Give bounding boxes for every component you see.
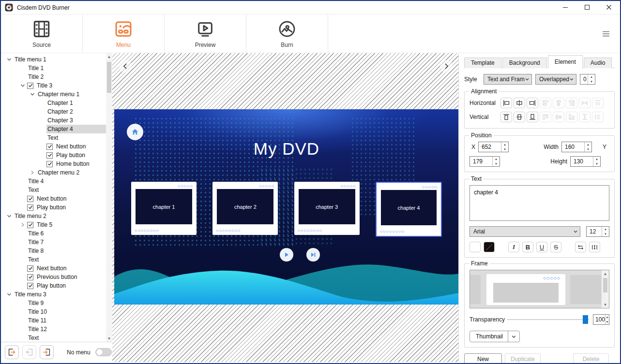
- align-bottom-button[interactable]: [527, 112, 538, 122]
- tree-item[interactable]: Title 2: [1, 73, 112, 81]
- chevron-down-icon[interactable]: [5, 212, 14, 220]
- height-spinner[interactable]: 130 ▲▼: [570, 156, 601, 167]
- tree-scrollbar[interactable]: ▲ ▼: [106, 53, 112, 342]
- tab-template[interactable]: Template: [464, 58, 501, 68]
- chapter-frame[interactable]: ◇◇◇◇◇chapter 3◇◇◇◇◇◇◇◇: [294, 182, 360, 235]
- bold-button[interactable]: B: [522, 242, 533, 252]
- tree-item[interactable]: Next button: [1, 194, 112, 203]
- tree-item[interactable]: Title 4: [1, 177, 112, 186]
- move-out-button[interactable]: [5, 345, 19, 359]
- spin-up-icon[interactable]: ▲: [493, 157, 500, 161]
- toolbar-source-button[interactable]: Source: [1, 15, 83, 53]
- line-spacing-button[interactable]: [589, 242, 600, 252]
- width-spinner[interactable]: 160 ▲▼: [561, 142, 592, 152]
- toolbar-burn-button[interactable]: Burn: [246, 15, 328, 53]
- checkbox[interactable]: [27, 283, 33, 289]
- equal-width-button[interactable]: [592, 98, 604, 108]
- align-middle-button[interactable]: [514, 112, 525, 122]
- equal-height-button[interactable]: [592, 112, 604, 122]
- tree-item[interactable]: Title 6: [1, 229, 112, 238]
- frame-style-list[interactable]: ◇◇◇◇◇ ▲ ▼: [470, 270, 609, 308]
- text-content-input[interactable]: chapter 4: [470, 185, 609, 221]
- tree-item[interactable]: Chapter menu 2: [1, 168, 112, 177]
- chapter-frame[interactable]: ◇◇◇◇◇chapter 1◇◇◇◇◇◇◇◇: [131, 182, 197, 235]
- spin-down-icon[interactable]: ▼: [501, 147, 508, 152]
- align-right-button[interactable]: [527, 98, 538, 108]
- font-family-dropdown[interactable]: Arial: [470, 226, 580, 237]
- distribute-right-button[interactable]: [566, 98, 577, 108]
- tree-item[interactable]: Chapter 4: [1, 125, 112, 133]
- tree-item[interactable]: Title 5: [1, 220, 112, 229]
- distribute-center-v-button[interactable]: [553, 112, 564, 122]
- scroll-down-icon[interactable]: ▼: [602, 301, 609, 308]
- toolbar-preview-button[interactable]: Preview: [165, 15, 246, 53]
- tree-item[interactable]: Title 9: [1, 299, 112, 307]
- frame-list-scrollbar[interactable]: ▲ ▼: [601, 270, 609, 308]
- chevron-down-icon[interactable]: [5, 55, 14, 64]
- x-spinner[interactable]: 652 ▲▼: [478, 142, 509, 152]
- align-center-h-button[interactable]: [514, 98, 525, 108]
- italic-button[interactable]: I: [508, 242, 519, 252]
- spin-up-icon[interactable]: ▲: [501, 142, 508, 147]
- home-button[interactable]: [127, 124, 143, 140]
- next-template-button[interactable]: [440, 60, 453, 73]
- scroll-up-icon[interactable]: ▲: [106, 53, 112, 60]
- tree-item[interactable]: Play button: [1, 203, 112, 212]
- chapter-frame[interactable]: ◇◇◇◇◇chapter 4◇◇◇◇◇◇◇◇: [376, 182, 442, 237]
- style-mode-dropdown[interactable]: Overlapped: [535, 74, 576, 85]
- tree-item[interactable]: Title 12: [1, 325, 112, 334]
- tree-item[interactable]: Previous button: [1, 273, 112, 281]
- spin-down-icon[interactable]: ▼: [606, 320, 609, 324]
- minimize-button[interactable]: [555, 1, 576, 14]
- transparency-slider[interactable]: [507, 315, 589, 324]
- move-in-button[interactable]: [40, 345, 54, 359]
- tree-item[interactable]: Title menu 3: [1, 290, 112, 299]
- tree-item[interactable]: Text: [1, 334, 112, 342]
- tree-item[interactable]: Title 10: [1, 307, 112, 316]
- spin-up-icon[interactable]: ▲: [606, 315, 609, 320]
- tree-item[interactable]: Chapter 1: [1, 99, 112, 107]
- spin-up-icon[interactable]: ▲: [602, 227, 609, 232]
- tree-item[interactable]: Text: [1, 255, 112, 264]
- frame-thumb-selected[interactable]: ◇◇◇◇◇: [486, 274, 565, 305]
- tree-item[interactable]: Title 3: [1, 81, 112, 90]
- frame-thumb-next[interactable]: [570, 275, 601, 304]
- tree-item[interactable]: Text: [1, 133, 112, 142]
- outline-color-swatch[interactable]: [484, 242, 495, 252]
- tree-item[interactable]: Title menu 2: [1, 212, 112, 220]
- tree-item[interactable]: Home button: [1, 160, 112, 168]
- dvd-menu-title[interactable]: My DVD: [114, 139, 458, 159]
- font-size-spinner[interactable]: 12 ▲▼: [586, 226, 609, 237]
- checkbox[interactable]: [46, 144, 53, 150]
- checkbox[interactable]: [27, 196, 33, 202]
- tree-item[interactable]: Chapter menu 1: [1, 90, 112, 99]
- tree-item[interactable]: Chapter 3: [1, 116, 112, 125]
- checkbox[interactable]: [46, 152, 53, 159]
- frame-thumb-prev[interactable]: [470, 275, 481, 304]
- scroll-down-icon[interactable]: ▼: [106, 335, 112, 342]
- thumbnail-dropdown[interactable]: Thumbnail: [470, 331, 520, 342]
- equal-h-spacing-button[interactable]: [579, 98, 591, 108]
- chapter-frame[interactable]: ◇◇◇◇◇chapter 2◇◇◇◇◇◇◇◇: [212, 182, 278, 235]
- distribute-center-h-button[interactable]: [553, 98, 564, 108]
- slider-thumb[interactable]: [583, 315, 588, 324]
- letter-spacing-button[interactable]: [575, 242, 586, 252]
- checkbox[interactable]: [27, 265, 33, 272]
- tree-item[interactable]: Next button: [1, 142, 112, 151]
- tree-item[interactable]: Next button: [1, 264, 112, 273]
- tree-item[interactable]: Title 8: [1, 247, 112, 255]
- checkbox[interactable]: [27, 274, 33, 280]
- text-color-swatch[interactable]: [470, 242, 481, 252]
- spin-down-icon[interactable]: ▼: [588, 79, 595, 84]
- checkbox[interactable]: [27, 204, 33, 211]
- tree-item[interactable]: Chapter 2: [1, 107, 112, 116]
- no-menu-toggle[interactable]: [95, 348, 112, 356]
- tree-item[interactable]: Title menu 1: [1, 55, 112, 64]
- prev-template-button[interactable]: [119, 60, 132, 73]
- toolbar-menu-button[interactable]: Menu: [83, 15, 165, 53]
- duplicate-button[interactable]: Duplicate: [505, 353, 541, 364]
- move-back-button[interactable]: [22, 345, 36, 359]
- scroll-up-icon[interactable]: ▲: [602, 270, 609, 277]
- spin-up-icon[interactable]: ▲: [585, 142, 591, 147]
- tree-item[interactable]: Play button: [1, 151, 112, 160]
